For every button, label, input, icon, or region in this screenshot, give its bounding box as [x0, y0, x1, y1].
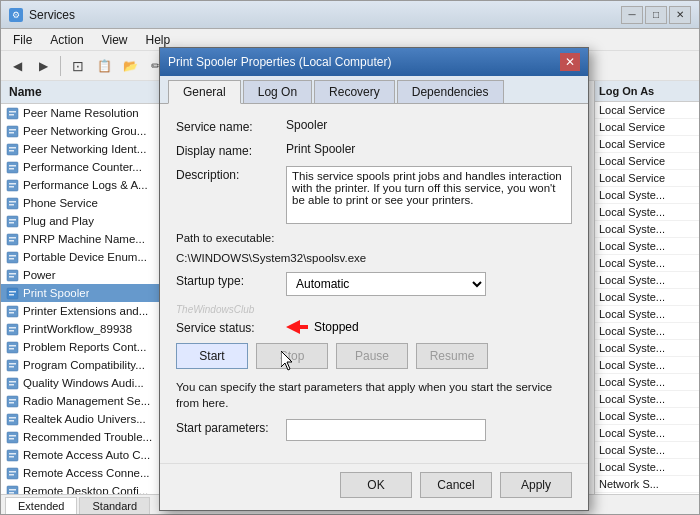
- service-name: Print Spooler: [23, 287, 89, 299]
- logon-list-item: Local Service: [595, 170, 699, 187]
- display-name-label: Display name:: [176, 142, 286, 158]
- logon-list-item: Local Syste...: [595, 340, 699, 357]
- service-name: PNRP Machine Name...: [23, 233, 145, 245]
- resume-button[interactable]: Resume: [416, 343, 488, 369]
- toolbar-btn1[interactable]: ⊡: [66, 54, 90, 78]
- svg-rect-34: [9, 309, 16, 311]
- svg-rect-3: [7, 126, 18, 137]
- svg-rect-29: [9, 276, 14, 278]
- service-name: Power: [23, 269, 56, 281]
- svg-rect-35: [9, 312, 14, 314]
- svg-rect-25: [9, 255, 16, 257]
- svg-rect-12: [7, 180, 18, 191]
- dialog-tab-logon[interactable]: Log On: [243, 80, 312, 103]
- service-name: Performance Counter...: [23, 161, 142, 173]
- service-name-label: Service name:: [176, 118, 286, 134]
- description-label: Description:: [176, 166, 286, 182]
- logon-list-item: Local Syste...: [595, 391, 699, 408]
- stop-button[interactable]: Stop: [256, 343, 328, 369]
- close-button[interactable]: ✕: [669, 6, 691, 24]
- toolbar-back[interactable]: ◀: [5, 54, 29, 78]
- svg-rect-11: [9, 168, 14, 170]
- svg-rect-7: [9, 147, 16, 149]
- start-params-input[interactable]: [286, 419, 486, 441]
- start-button[interactable]: Start: [176, 343, 248, 369]
- service-name-value: Spooler: [286, 118, 572, 132]
- service-icon: [5, 376, 19, 390]
- svg-marker-69: [286, 320, 308, 334]
- service-name: PrintWorkflow_89938: [23, 323, 132, 335]
- dialog-title-bar: Print Spooler Properties (Local Computer…: [160, 48, 588, 76]
- toolbar-btn3[interactable]: 📂: [118, 54, 142, 78]
- service-name: Radio Management Se...: [23, 395, 150, 407]
- menu-view[interactable]: View: [94, 31, 136, 49]
- svg-rect-2: [9, 114, 14, 116]
- dialog-tabs: General Log On Recovery Dependencies: [160, 76, 588, 104]
- startup-type-select[interactable]: Automatic Manual Disabled: [286, 272, 486, 296]
- service-icon: [5, 268, 19, 282]
- service-name: Remote Desktop Confi...: [23, 485, 148, 494]
- service-name: Quality Windows Audi...: [23, 377, 144, 389]
- ok-button[interactable]: OK: [340, 472, 412, 498]
- svg-rect-31: [9, 291, 16, 293]
- maximize-button[interactable]: □: [645, 6, 667, 24]
- svg-rect-26: [9, 258, 14, 260]
- svg-rect-49: [9, 399, 16, 401]
- service-icon: [5, 322, 19, 336]
- tab-extended[interactable]: Extended: [5, 497, 77, 514]
- dialog-close-button[interactable]: ✕: [560, 53, 580, 71]
- service-icon: [5, 484, 19, 494]
- svg-rect-52: [9, 417, 16, 419]
- svg-rect-15: [7, 198, 18, 209]
- logon-list-item: Local Syste...: [595, 425, 699, 442]
- service-name: Peer Name Resolution: [23, 107, 139, 119]
- logon-list-item: Local Syste...: [595, 238, 699, 255]
- service-icon: [5, 412, 19, 426]
- dialog-tab-dependencies[interactable]: Dependencies: [397, 80, 504, 103]
- description-row: Description: This service spools print j…: [176, 166, 572, 224]
- logon-list-item: Local Syste...: [595, 187, 699, 204]
- start-params-row: Start parameters:: [176, 419, 572, 441]
- logon-list-item: Local Syste...: [595, 357, 699, 374]
- service-status-value: Stopped: [314, 320, 359, 334]
- logon-list-item: Local Syste...: [595, 272, 699, 289]
- menu-help[interactable]: Help: [138, 31, 179, 49]
- service-name: Remote Access Auto C...: [23, 449, 150, 461]
- svg-rect-37: [9, 327, 16, 329]
- pause-button[interactable]: Pause: [336, 343, 408, 369]
- svg-rect-27: [7, 270, 18, 281]
- toolbar-sep-1: [60, 56, 61, 76]
- svg-rect-33: [7, 306, 18, 317]
- service-name: Remote Access Conne...: [23, 467, 150, 479]
- svg-rect-21: [7, 234, 18, 245]
- service-name: Recommended Trouble...: [23, 431, 152, 443]
- svg-rect-28: [9, 273, 16, 275]
- tab-standard[interactable]: Standard: [79, 497, 150, 514]
- service-name: Plug and Play: [23, 215, 94, 227]
- service-icon: [5, 304, 19, 318]
- status-arrow-icon: [278, 316, 310, 338]
- toolbar-forward[interactable]: ▶: [31, 54, 55, 78]
- logon-list-item: Local Syste...: [595, 408, 699, 425]
- svg-rect-23: [9, 240, 14, 242]
- description-textarea[interactable]: This service spools print jobs and handl…: [286, 166, 572, 224]
- minimize-button[interactable]: ─: [621, 6, 643, 24]
- toolbar-btn2[interactable]: 📋: [92, 54, 116, 78]
- svg-rect-20: [9, 222, 14, 224]
- dialog-tab-general[interactable]: General: [168, 80, 241, 104]
- svg-rect-43: [9, 363, 16, 365]
- apply-button[interactable]: Apply: [500, 472, 572, 498]
- service-status-row: Service status: Stopped: [176, 319, 572, 335]
- svg-rect-32: [9, 294, 14, 296]
- menu-action[interactable]: Action: [42, 31, 91, 49]
- logon-list-item: Local Syste...: [595, 323, 699, 340]
- cancel-button[interactable]: Cancel: [420, 472, 492, 498]
- logon-list-item: Local Syste...: [595, 306, 699, 323]
- dialog-tab-recovery[interactable]: Recovery: [314, 80, 395, 103]
- service-icon: [5, 124, 19, 138]
- service-icon: [5, 448, 19, 462]
- menu-file[interactable]: File: [5, 31, 40, 49]
- logon-list-item: Local Service: [595, 119, 699, 136]
- logon-list-item: Local Syste...: [595, 255, 699, 272]
- service-name: Realtek Audio Univers...: [23, 413, 146, 425]
